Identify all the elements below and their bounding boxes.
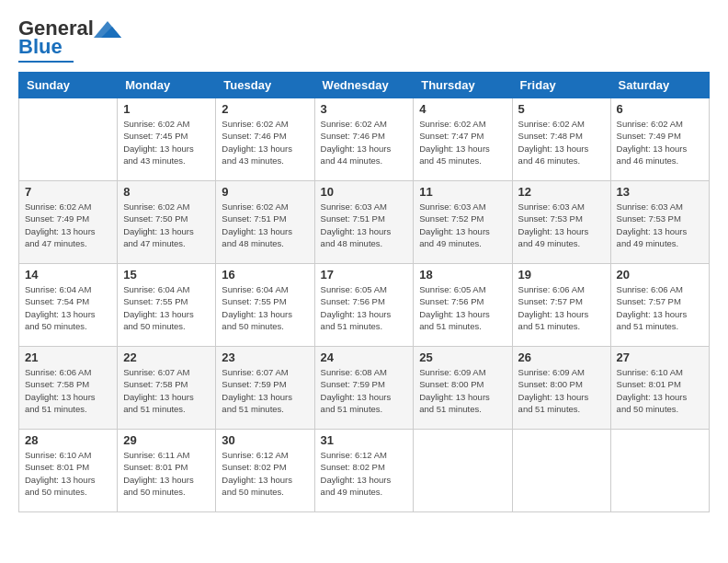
calendar-cell: 16Sunrise: 6:04 AM Sunset: 7:55 PM Dayli…: [216, 264, 314, 347]
day-number: 14: [25, 268, 111, 282]
calendar-cell: 17Sunrise: 6:05 AM Sunset: 7:56 PM Dayli…: [314, 264, 414, 347]
day-number: 10: [321, 185, 408, 199]
calendar-cell: 12Sunrise: 6:03 AM Sunset: 7:53 PM Dayli…: [512, 181, 610, 264]
day-number: 29: [123, 433, 210, 447]
day-number: 4: [419, 102, 506, 116]
calendar-cell: 19Sunrise: 6:06 AM Sunset: 7:57 PM Dayli…: [512, 264, 610, 347]
day-number: 24: [321, 350, 408, 364]
calendar-cell: 14Sunrise: 6:04 AM Sunset: 7:54 PM Dayli…: [19, 264, 118, 347]
day-number: 2: [222, 102, 308, 116]
calendar-week-row: 21Sunrise: 6:06 AM Sunset: 7:58 PM Dayli…: [19, 347, 710, 430]
day-info: Sunrise: 6:10 AM Sunset: 8:01 PM Dayligh…: [617, 366, 703, 415]
day-number: 11: [419, 185, 506, 199]
logo-divider: [18, 61, 74, 63]
day-info: Sunrise: 6:06 AM Sunset: 7:58 PM Dayligh…: [25, 366, 111, 415]
calendar-cell: 1Sunrise: 6:02 AM Sunset: 7:45 PM Daylig…: [118, 98, 216, 181]
day-info: Sunrise: 6:12 AM Sunset: 8:02 PM Dayligh…: [222, 449, 308, 498]
day-number: 9: [222, 185, 308, 199]
day-info: Sunrise: 6:03 AM Sunset: 7:53 PM Dayligh…: [518, 201, 605, 249]
day-info: Sunrise: 6:05 AM Sunset: 7:56 PM Dayligh…: [419, 283, 506, 332]
page-header: General Blue: [18, 18, 710, 63]
day-info: Sunrise: 6:02 AM Sunset: 7:47 PM Dayligh…: [419, 118, 506, 167]
day-info: Sunrise: 6:06 AM Sunset: 7:57 PM Dayligh…: [617, 283, 703, 332]
day-info: Sunrise: 6:09 AM Sunset: 8:00 PM Dayligh…: [518, 366, 605, 415]
calendar-cell: [414, 430, 512, 512]
calendar-cell: 25Sunrise: 6:09 AM Sunset: 8:00 PM Dayli…: [414, 347, 512, 430]
day-info: Sunrise: 6:04 AM Sunset: 7:54 PM Dayligh…: [25, 283, 111, 332]
day-number: 31: [321, 433, 408, 447]
calendar-cell: 30Sunrise: 6:12 AM Sunset: 8:02 PM Dayli…: [216, 430, 314, 512]
calendar-cell: 24Sunrise: 6:08 AM Sunset: 7:59 PM Dayli…: [314, 347, 414, 430]
day-info: Sunrise: 6:07 AM Sunset: 7:59 PM Dayligh…: [222, 366, 308, 415]
calendar-cell: 5Sunrise: 6:02 AM Sunset: 7:48 PM Daylig…: [512, 98, 610, 181]
day-number: 28: [25, 433, 111, 447]
calendar-cell: 10Sunrise: 6:03 AM Sunset: 7:51 PM Dayli…: [314, 181, 414, 264]
weekday-header: Wednesday: [314, 73, 414, 98]
day-info: Sunrise: 6:09 AM Sunset: 8:00 PM Dayligh…: [419, 366, 506, 415]
calendar-cell: [19, 98, 118, 181]
day-number: 18: [419, 268, 506, 282]
day-info: Sunrise: 6:04 AM Sunset: 7:55 PM Dayligh…: [222, 283, 308, 332]
day-info: Sunrise: 6:02 AM Sunset: 7:46 PM Dayligh…: [222, 118, 308, 167]
day-number: 21: [25, 350, 111, 364]
day-number: 1: [123, 102, 210, 116]
calendar-cell: 15Sunrise: 6:04 AM Sunset: 7:55 PM Dayli…: [118, 264, 216, 347]
day-number: 25: [419, 350, 506, 364]
day-number: 16: [222, 268, 308, 282]
calendar-week-row: 1Sunrise: 6:02 AM Sunset: 7:45 PM Daylig…: [19, 98, 710, 181]
day-info: Sunrise: 6:02 AM Sunset: 7:46 PM Dayligh…: [321, 118, 408, 167]
day-number: 5: [518, 102, 605, 116]
day-info: Sunrise: 6:08 AM Sunset: 7:59 PM Dayligh…: [321, 366, 408, 415]
calendar-cell: 27Sunrise: 6:10 AM Sunset: 8:01 PM Dayli…: [610, 347, 709, 430]
weekday-header: Friday: [512, 73, 610, 98]
calendar-cell: 26Sunrise: 6:09 AM Sunset: 8:00 PM Dayli…: [512, 347, 610, 430]
calendar: SundayMondayTuesdayWednesdayThursdayFrid…: [18, 72, 710, 512]
day-info: Sunrise: 6:02 AM Sunset: 7:51 PM Dayligh…: [222, 201, 308, 249]
day-number: 7: [25, 185, 111, 199]
day-number: 22: [123, 350, 210, 364]
calendar-cell: 11Sunrise: 6:03 AM Sunset: 7:52 PM Dayli…: [414, 181, 512, 264]
calendar-cell: 3Sunrise: 6:02 AM Sunset: 7:46 PM Daylig…: [314, 98, 414, 181]
day-number: 30: [222, 433, 308, 447]
day-number: 17: [321, 268, 408, 282]
day-number: 19: [518, 268, 605, 282]
day-info: Sunrise: 6:03 AM Sunset: 7:53 PM Dayligh…: [617, 201, 703, 249]
calendar-cell: 6Sunrise: 6:02 AM Sunset: 7:49 PM Daylig…: [610, 98, 709, 181]
calendar-cell: 2Sunrise: 6:02 AM Sunset: 7:46 PM Daylig…: [216, 98, 314, 181]
day-number: 15: [123, 268, 210, 282]
calendar-cell: 20Sunrise: 6:06 AM Sunset: 7:57 PM Dayli…: [610, 264, 709, 347]
day-info: Sunrise: 6:04 AM Sunset: 7:55 PM Dayligh…: [123, 283, 210, 332]
day-info: Sunrise: 6:12 AM Sunset: 8:02 PM Dayligh…: [321, 449, 408, 498]
day-number: 12: [518, 185, 605, 199]
day-number: 13: [617, 185, 703, 199]
logo-blue-text: Blue: [18, 35, 63, 58]
calendar-cell: [610, 430, 709, 512]
weekday-header: Tuesday: [216, 73, 314, 98]
calendar-cell: 29Sunrise: 6:11 AM Sunset: 8:01 PM Dayli…: [118, 430, 216, 512]
calendar-cell: 7Sunrise: 6:02 AM Sunset: 7:49 PM Daylig…: [19, 181, 118, 264]
day-number: 23: [222, 350, 308, 364]
calendar-week-row: 7Sunrise: 6:02 AM Sunset: 7:49 PM Daylig…: [19, 181, 710, 264]
calendar-cell: 13Sunrise: 6:03 AM Sunset: 7:53 PM Dayli…: [610, 181, 709, 264]
weekday-header-row: SundayMondayTuesdayWednesdayThursdayFrid…: [19, 73, 710, 98]
day-info: Sunrise: 6:02 AM Sunset: 7:49 PM Dayligh…: [25, 201, 111, 249]
day-number: 8: [123, 185, 210, 199]
weekday-header: Saturday: [610, 73, 709, 98]
calendar-cell: 23Sunrise: 6:07 AM Sunset: 7:59 PM Dayli…: [216, 347, 314, 430]
day-info: Sunrise: 6:03 AM Sunset: 7:52 PM Dayligh…: [419, 201, 506, 249]
calendar-cell: 18Sunrise: 6:05 AM Sunset: 7:56 PM Dayli…: [414, 264, 512, 347]
day-info: Sunrise: 6:02 AM Sunset: 7:49 PM Dayligh…: [617, 118, 703, 167]
calendar-week-row: 14Sunrise: 6:04 AM Sunset: 7:54 PM Dayli…: [19, 264, 710, 347]
day-info: Sunrise: 6:05 AM Sunset: 7:56 PM Dayligh…: [321, 283, 408, 332]
calendar-cell: 8Sunrise: 6:02 AM Sunset: 7:50 PM Daylig…: [118, 181, 216, 264]
day-info: Sunrise: 6:02 AM Sunset: 7:45 PM Dayligh…: [123, 118, 210, 167]
calendar-cell: 21Sunrise: 6:06 AM Sunset: 7:58 PM Dayli…: [19, 347, 118, 430]
day-number: 6: [617, 102, 703, 116]
weekday-header: Thursday: [414, 73, 512, 98]
day-info: Sunrise: 6:11 AM Sunset: 8:01 PM Dayligh…: [123, 449, 210, 498]
weekday-header: Sunday: [19, 73, 118, 98]
calendar-cell: [512, 430, 610, 512]
day-info: Sunrise: 6:06 AM Sunset: 7:57 PM Dayligh…: [518, 283, 605, 332]
calendar-week-row: 28Sunrise: 6:10 AM Sunset: 8:01 PM Dayli…: [19, 430, 710, 512]
day-number: 27: [617, 350, 703, 364]
